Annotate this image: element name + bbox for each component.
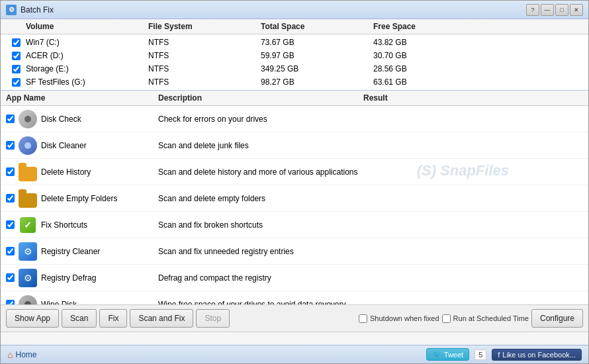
drive-total: 98.27 GB (261, 77, 373, 87)
app-name-cell: Delete Empty Folders (6, 189, 158, 208)
shutdown-when-fixed-checkbox[interactable] (359, 314, 367, 323)
scan-button[interactable]: Scan (62, 309, 97, 328)
drive-checkbox[interactable] (12, 65, 21, 73)
drive-fs: NTFS (148, 64, 261, 73)
drive-row: Win7 (C:) NTFS 73.67 GB 43.82 GB (1, 36, 588, 49)
configure-button[interactable]: Configure (531, 309, 583, 328)
app-row: Disk Cleaner Scan and delete junk files (1, 132, 588, 159)
app-checkbox[interactable] (6, 194, 15, 203)
drive-row: ACER (D:) NTFS 59.97 GB 30.70 GB (1, 49, 588, 62)
app-icon-delete-history (19, 163, 37, 181)
drives-col-check (6, 22, 26, 31)
drive-checkbox-cell (6, 38, 26, 47)
run-at-scheduled-time-label[interactable]: Run at Scheduled Time (442, 314, 529, 323)
close-button[interactable]: ✕ (570, 4, 583, 16)
app-checkbox-cell (6, 300, 15, 304)
app-checkbox[interactable] (6, 273, 15, 282)
drives-col-extra (486, 22, 583, 31)
drive-free: 43.82 GB (373, 38, 486, 47)
apps-section: App Name Description Result Disk Check C… (1, 91, 588, 304)
scan-and-fix-button[interactable]: Scan and Fix (130, 309, 193, 328)
drive-total: 59.97 GB (261, 51, 373, 60)
app-name-cell: Disk Cleaner (6, 136, 158, 155)
minimize-button[interactable]: — (541, 4, 554, 16)
app-icon: ⚙ (6, 5, 17, 15)
app-description: Scan and delete empty folders (158, 194, 363, 203)
shutdown-when-fixed-label[interactable]: Shutdown when fixed (359, 314, 439, 323)
app-name-label: Disk Cleaner (41, 141, 87, 150)
app-name-cell: Delete History (6, 163, 158, 181)
app-description: Scan and fix broken shortcuts (158, 220, 363, 230)
apps-col-description: Description (158, 93, 363, 103)
drive-checkbox-cell (6, 52, 26, 60)
app-name-label: Wipe Disk (41, 300, 77, 305)
drive-checkbox[interactable] (12, 38, 21, 47)
app-row: ⚙ Registry Cleaner Scan and fix unneeded… (1, 238, 588, 265)
app-row: ✓ Fix Shortcuts Scan and fix broken shor… (1, 212, 588, 238)
app-checkbox[interactable] (6, 167, 15, 176)
run-at-scheduled-time-checkbox[interactable] (442, 314, 451, 323)
app-icon-disk-check (19, 110, 37, 128)
app-checkbox-cell (6, 220, 15, 229)
app-description: Scan and delete history and more of vari… (158, 167, 363, 177)
app-checkbox[interactable] (6, 114, 15, 123)
app-row: Delete Empty Folders Scan and delete emp… (1, 185, 588, 212)
show-app-button[interactable]: Show App (6, 309, 59, 328)
app-checkbox[interactable] (6, 300, 15, 304)
app-checkbox-cell (6, 167, 15, 176)
app-name-label: Disk Check (41, 114, 81, 124)
drive-free: 63.61 GB (373, 77, 486, 87)
app-checkbox-cell (6, 141, 15, 150)
drive-row: Storage (E:) NTFS 349.25 GB 28.56 GB (1, 62, 588, 75)
main-window: ⚙ Batch Fix ? — □ ✕ Volume File System T… (0, 0, 589, 364)
app-name-label: Registry Cleaner (41, 247, 100, 256)
home-link[interactable]: ⌂ Home (7, 349, 36, 360)
app-name-label: Delete History (41, 167, 91, 177)
app-icon-registry-defrag: ⚙ (19, 269, 37, 287)
drive-fs: NTFS (148, 77, 261, 87)
app-checkbox[interactable] (6, 220, 15, 229)
apps-rows: Disk Check Check for errors on your driv… (1, 106, 588, 304)
app-description: Scan and delete junk files (158, 141, 363, 150)
fix-button[interactable]: Fix (99, 309, 127, 328)
drive-fs: NTFS (148, 38, 261, 47)
app-description: Defrag and compact the registry (158, 273, 363, 283)
app-name-cell: Wipe Disk (6, 295, 158, 305)
drives-col-total: Total Space (261, 22, 373, 31)
app-checkbox-cell (6, 247, 15, 255)
help-button[interactable]: ? (526, 4, 539, 16)
drives-col-fs: File System (148, 22, 261, 31)
drive-row: SF TestFiles (G:) NTFS 98.27 GB 63.61 GB (1, 75, 588, 89)
window-title: Batch Fix (21, 5, 526, 15)
facebook-button[interactable]: f Like us on Facebook... (492, 349, 582, 361)
drive-checkbox[interactable] (12, 78, 21, 87)
app-checkbox[interactable] (6, 247, 15, 255)
tweet-button[interactable]: 🐦 Tweet (426, 348, 469, 361)
title-bar: ⚙ Batch Fix ? — □ ✕ (1, 1, 588, 19)
drives-section: Volume File System Total Space Free Spac… (1, 19, 588, 91)
app-name-cell: ⚙ Registry Defrag (6, 269, 158, 287)
drives-rows: Win7 (C:) NTFS 73.67 GB 43.82 GB ACER (D… (1, 34, 588, 90)
drive-total: 73.67 GB (261, 38, 373, 47)
app-name-cell: Disk Check (6, 110, 158, 128)
app-icon-registry-cleaner: ⚙ (19, 242, 37, 261)
drive-volume: Storage (E:) (26, 64, 148, 73)
app-checkbox-cell (6, 273, 15, 282)
app-icon-wipe-disk (19, 295, 37, 305)
home-icon: ⌂ (7, 349, 13, 360)
app-name-label: Registry Defrag (41, 273, 96, 283)
maximize-button[interactable]: □ (555, 4, 568, 16)
tweet-bird-icon: 🐦 (432, 350, 441, 359)
app-checkbox[interactable] (6, 141, 15, 150)
app-description: Scan and fix unneeded registry entries (158, 247, 363, 256)
app-name-label: Fix Shortcuts (41, 220, 87, 230)
app-row: Delete History Scan and delete history a… (1, 159, 588, 185)
drives-col-volume: Volume (26, 22, 148, 31)
app-name-label: Delete Empty Folders (41, 194, 117, 203)
drive-checkbox[interactable] (12, 52, 21, 60)
stop-button[interactable]: Stop (196, 309, 230, 328)
app-description: Wipe free space of your drives to avoid … (158, 300, 363, 305)
drives-table-header: Volume File System Total Space Free Spac… (1, 19, 588, 34)
drive-fs: NTFS (148, 51, 261, 60)
toolbar: Show App Scan Fix Scan and Fix Stop Shut… (1, 304, 588, 332)
